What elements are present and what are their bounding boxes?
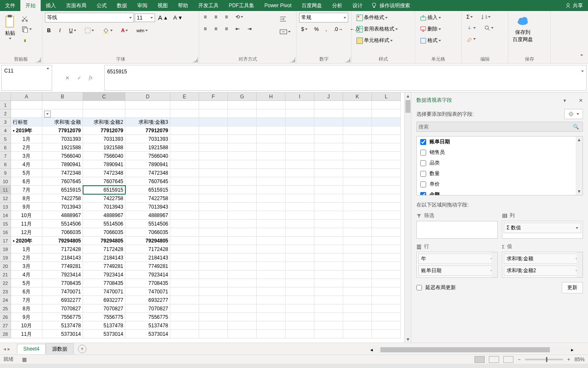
cell[interactable] (372, 279, 401, 287)
cell[interactable]: 5月 (11, 279, 42, 287)
rows-area[interactable]: 年账单日期 (416, 252, 498, 278)
row-header[interactable]: 24 (0, 296, 11, 304)
cell[interactable] (343, 279, 372, 287)
font-color-button[interactable]: A (119, 26, 130, 35)
cell[interactable] (228, 211, 257, 220)
cell[interactable] (372, 126, 401, 135)
cell[interactable]: 6515915 (83, 186, 125, 194)
cell[interactable]: ▪ 2019年 (11, 126, 42, 135)
border-button[interactable] (83, 26, 96, 35)
cell[interactable] (199, 101, 228, 109)
cell[interactable] (372, 152, 401, 160)
cell[interactable] (286, 296, 314, 304)
bold-button[interactable]: B (45, 26, 53, 35)
cell[interactable] (286, 237, 314, 245)
row-header[interactable]: 25 (0, 304, 11, 313)
cell[interactable] (199, 237, 228, 245)
field-checkbox[interactable] (420, 171, 426, 177)
cell[interactable] (286, 143, 314, 152)
cell[interactable]: 5137478 (125, 321, 170, 330)
cell[interactable] (314, 194, 343, 203)
cell[interactable] (257, 270, 286, 279)
area-item[interactable]: 账单日期 (418, 265, 496, 276)
paste-button[interactable]: 粘贴 (3, 13, 18, 41)
cell[interactable]: 5514506 (125, 220, 170, 228)
cell[interactable] (372, 330, 401, 338)
cell[interactable] (170, 245, 199, 254)
row-header[interactable]: 16 (0, 228, 11, 237)
add-sheet-button[interactable]: + (78, 345, 86, 353)
cell[interactable]: 7890941 (125, 160, 170, 169)
cell[interactable] (199, 109, 228, 118)
cell[interactable] (228, 262, 257, 270)
cell[interactable] (257, 287, 286, 296)
cell[interactable] (372, 160, 401, 169)
number-dialog-launcher[interactable] (345, 57, 350, 62)
cell[interactable] (83, 109, 125, 118)
tab-dev[interactable]: 开发工具 (193, 0, 224, 11)
tab-design[interactable]: 设计 (347, 0, 368, 11)
cell[interactable] (170, 186, 199, 194)
cell[interactable] (286, 321, 314, 330)
field-checkbox[interactable] (420, 139, 426, 145)
cell[interactable]: 7890941 (83, 160, 125, 169)
cell[interactable] (314, 330, 343, 338)
cell[interactable]: 5514506 (42, 220, 83, 228)
cell[interactable] (170, 160, 199, 169)
cell[interactable]: 7066035 (42, 228, 83, 237)
comma-button[interactable]: , (323, 25, 329, 33)
cell[interactable] (286, 203, 314, 211)
cell[interactable]: 7422758 (125, 194, 170, 203)
column-header[interactable]: A (11, 92, 42, 101)
field-checkbox[interactable] (420, 160, 426, 166)
cell[interactable] (343, 228, 372, 237)
wrap-text-button[interactable] (277, 14, 293, 24)
align-dialog-launcher[interactable] (290, 57, 295, 62)
scroll-up-button[interactable]: ▴ (405, 92, 411, 99)
cell[interactable]: 5137478 (83, 321, 125, 330)
cell[interactable] (257, 304, 286, 313)
cell[interactable] (314, 262, 343, 270)
field-item[interactable]: 单价 (417, 179, 582, 190)
cell[interactable] (343, 245, 372, 254)
cell[interactable]: 行标签 (11, 118, 42, 126)
cell[interactable] (286, 101, 314, 109)
cell[interactable]: 7172428 (83, 245, 125, 254)
cell[interactable] (170, 296, 199, 304)
tab-baidu[interactable]: 百度网盘 (297, 0, 327, 11)
cell[interactable] (314, 313, 343, 321)
cell[interactable] (372, 321, 401, 330)
cell[interactable]: 6932277 (83, 296, 125, 304)
cell[interactable] (257, 152, 286, 160)
cell[interactable]: 10月 (11, 211, 42, 220)
cut-button[interactable] (19, 14, 34, 24)
fx-button[interactable]: fx (89, 75, 93, 81)
cell[interactable] (286, 270, 314, 279)
cell[interactable] (170, 101, 199, 109)
hscroll-thumb[interactable] (380, 347, 550, 352)
cell[interactable] (170, 270, 199, 279)
cell[interactable] (372, 143, 401, 152)
hscroll-right[interactable]: ▸ (571, 347, 574, 353)
cell[interactable] (170, 126, 199, 135)
cell[interactable] (125, 101, 170, 109)
row-header[interactable]: 18 (0, 245, 11, 254)
cell[interactable]: 1月 (11, 245, 42, 254)
cell[interactable] (343, 152, 372, 160)
cell[interactable] (286, 228, 314, 237)
cell[interactable]: 7556775 (83, 313, 125, 321)
align-right-button[interactable]: ≡ (223, 25, 230, 33)
cell[interactable]: 12月 (11, 228, 42, 237)
cell[interactable] (286, 109, 314, 118)
italic-button[interactable]: I (57, 26, 63, 35)
cell[interactable]: 9月 (11, 313, 42, 321)
cell[interactable] (228, 169, 257, 177)
cell[interactable]: 6515915 (125, 186, 170, 194)
cell[interactable] (314, 279, 343, 287)
cell[interactable] (228, 143, 257, 152)
cell[interactable] (314, 237, 343, 245)
cell[interactable]: 7422758 (83, 194, 125, 203)
cell[interactable] (372, 169, 401, 177)
cell[interactable] (343, 211, 372, 220)
cell[interactable] (228, 228, 257, 237)
